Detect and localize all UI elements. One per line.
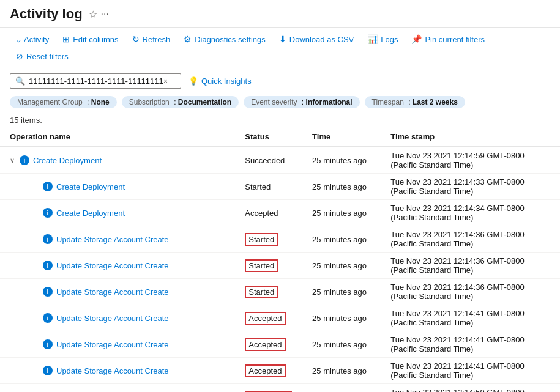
table-header-row: Operation name Status Time Time stamp [0, 127, 560, 147]
operation-name[interactable]: Update Storage Account Create [56, 261, 169, 270]
table-row[interactable]: iUpdate Storage Account CreateAccepted25… [0, 305, 560, 331]
time-cell: 25 minutes ago [302, 384, 381, 393]
timestamp-cell: Tue Nov 23 2021 12:14:36 GMT-0800 (Pacif… [381, 253, 560, 279]
time-cell: 25 minutes ago [302, 253, 381, 279]
table-row[interactable]: iCreate DeploymentStarted25 minutes agoT… [0, 174, 560, 200]
operation-name[interactable]: Update Storage Account Create [56, 314, 169, 323]
timestamp-cell: Tue Nov 23 2021 12:14:41 GMT-0800 (Pacif… [381, 305, 560, 331]
operation-name[interactable]: Create Deployment [33, 156, 102, 165]
diagnostics-button[interactable]: ⚙ Diagnostics settings [177, 31, 272, 47]
edit-columns-button[interactable]: ⊞ Edit columns [56, 31, 124, 47]
operation-cell: ∨iCreate Deployment [0, 147, 235, 174]
status-cell: Succeeded [235, 384, 302, 393]
insights-icon: 💡 [189, 76, 198, 86]
columns-icon: ⊞ [62, 34, 70, 44]
status-cell: Started [235, 279, 302, 305]
pin-icon: 📌 [411, 34, 422, 44]
logs-icon: 📊 [367, 34, 378, 44]
operation-cell: iUpdate Storage Account Create [0, 226, 235, 253]
time-cell: 25 minutes ago [302, 279, 381, 305]
gear-icon: ⚙ [184, 34, 192, 44]
search-clear-button[interactable]: × [163, 77, 168, 86]
status-cell: Started [235, 253, 302, 279]
info-icon: i [43, 313, 53, 323]
time-cell: 25 minutes ago [302, 174, 381, 200]
table-row[interactable]: iUpdate Storage Account CreateStarted25 … [0, 253, 560, 279]
table-row[interactable]: iUpdate Storage Account CreateStarted25 … [0, 279, 560, 305]
table-row[interactable]: iUpdate Storage Account CreateAccepted25… [0, 358, 560, 384]
activity-button[interactable]: ⌵ Activity [10, 31, 55, 47]
reset-filters-button[interactable]: ⊘ Reset filters [10, 48, 75, 64]
operation-name[interactable]: Create Deployment [56, 182, 125, 191]
timestamp-cell: Tue Nov 23 2021 12:14:36 GMT-0800 (Pacif… [381, 279, 560, 305]
timestamp-cell: Tue Nov 23 2021 12:14:33 GMT-0800 (Pacif… [381, 174, 560, 200]
expand-icon[interactable]: ∨ [10, 157, 15, 165]
info-icon: i [43, 287, 53, 297]
operation-name[interactable]: Update Storage Account Create [56, 287, 169, 297]
dropdown-icon: ⌵ [16, 34, 21, 44]
filter-timespan[interactable]: Timespan : Last 2 weeks [365, 96, 465, 108]
pin-filters-button[interactable]: 📌 Pin current filters [405, 31, 491, 47]
filter-event-severity[interactable]: Event severity : Informational [244, 96, 359, 108]
time-cell: 25 minutes ago [302, 305, 381, 331]
logs-button[interactable]: 📊 Logs [361, 31, 404, 47]
filter-management-group[interactable]: Management Group : None [10, 96, 117, 108]
more-icon[interactable]: ··· [101, 9, 109, 20]
info-icon: i [43, 261, 53, 270]
time-cell: 25 minutes ago [302, 358, 381, 384]
table-row[interactable]: iCreate DeploymentAccepted25 minutes ago… [0, 200, 560, 226]
status-cell: Succeeded [235, 147, 302, 174]
info-icon: i [43, 208, 53, 218]
operation-cell: iUpdate Storage Account Create [0, 305, 235, 331]
page-header: Activity log ☆ ··· [0, 0, 560, 28]
filters-row: Management Group : None Subscription : D… [0, 94, 560, 113]
status-cell: Accepted [235, 200, 302, 226]
operation-name[interactable]: Update Storage Account Create [56, 340, 169, 349]
info-icon: i [43, 339, 53, 349]
status-cell: Started [235, 174, 302, 200]
table-row[interactable]: iUpdate Storage Account CreateSucceeded2… [0, 384, 560, 393]
operation-name[interactable]: Update Storage Account Create [56, 366, 169, 375]
info-icon: i [43, 182, 53, 191]
time-cell: 25 minutes ago [302, 200, 381, 226]
operation-name[interactable]: Update Storage Account Create [56, 235, 169, 244]
status-badge: Accepted [245, 312, 285, 325]
toolbar: ⌵ Activity ⊞ Edit columns ↻ Refresh ⚙ Di… [0, 28, 560, 68]
timestamp-cell: Tue Nov 23 2021 12:14:59 GMT-0800 (Pacif… [381, 384, 560, 393]
filter-subscription[interactable]: Subscription : Documentation [122, 96, 239, 108]
operation-cell: iUpdate Storage Account Create [0, 384, 235, 393]
time-cell: 25 minutes ago [302, 331, 381, 358]
operation-cell: iUpdate Storage Account Create [0, 279, 235, 305]
star-icon[interactable]: ☆ [89, 9, 97, 20]
quick-insights-button[interactable]: 💡 Quick Insights [189, 76, 252, 86]
timestamp-cell: Tue Nov 23 2021 12:14:41 GMT-0800 (Pacif… [381, 331, 560, 358]
status-cell: Accepted [235, 358, 302, 384]
refresh-button[interactable]: ↻ Refresh [126, 31, 177, 47]
info-icon: i [20, 155, 29, 165]
timestamp-cell: Tue Nov 23 2021 12:14:59 GMT-0800 (Pacif… [381, 147, 560, 174]
info-icon: i [43, 234, 53, 244]
operation-cell: iUpdate Storage Account Create [0, 358, 235, 384]
timestamp-cell: Tue Nov 23 2021 12:14:34 GMT-0800 (Pacif… [381, 200, 560, 226]
activity-table: Operation name Status Time Time stamp ∨i… [0, 127, 560, 392]
table-row[interactable]: ∨iCreate DeploymentSucceeded25 minutes a… [0, 147, 560, 174]
table-row[interactable]: iUpdate Storage Account CreateAccepted25… [0, 331, 560, 358]
operation-name[interactable]: Create Deployment [56, 209, 125, 218]
col-header-status: Status [235, 127, 302, 147]
time-cell: 25 minutes ago [302, 226, 381, 253]
operation-cell: iCreate Deployment [0, 174, 235, 200]
download-csv-button[interactable]: ⬇ Download as CSV [273, 31, 360, 47]
page-title: Activity log [10, 6, 83, 22]
search-input[interactable] [29, 76, 163, 86]
download-icon: ⬇ [279, 34, 286, 44]
search-bar: 🔍 × 💡 Quick Insights [0, 68, 560, 94]
col-header-operation: Operation name [0, 127, 235, 147]
status-badge: Started [245, 286, 278, 298]
refresh-icon: ↻ [132, 34, 140, 44]
status-cell: Accepted [235, 331, 302, 358]
status-badge: Started [245, 233, 278, 246]
status-badge: Started [245, 259, 278, 272]
timestamp-cell: Tue Nov 23 2021 12:14:41 GMT-0800 (Pacif… [381, 358, 560, 384]
info-icon: i [43, 366, 53, 375]
table-row[interactable]: iUpdate Storage Account CreateStarted25 … [0, 226, 560, 253]
